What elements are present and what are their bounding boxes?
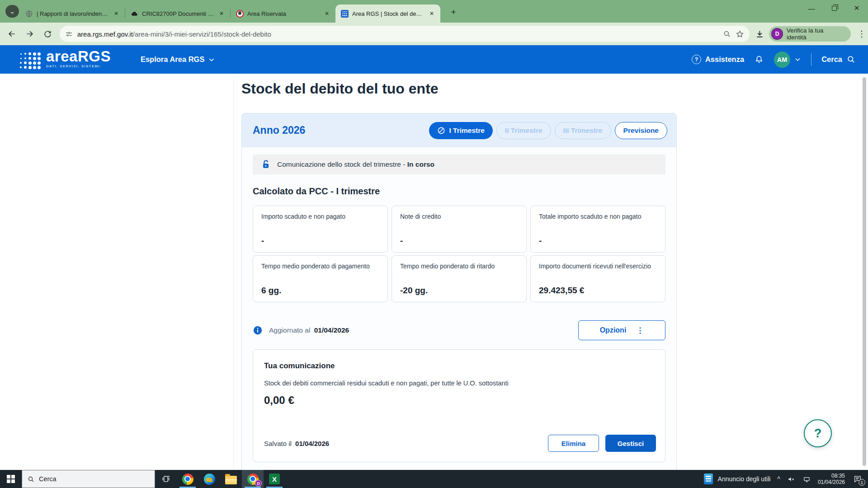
browser-titlebar: ⌄ | Rapporti di lavoro/indennita' c ✕ CR… bbox=[0, 0, 868, 23]
excel-icon: X bbox=[269, 474, 280, 484]
url-path: /area-mini/3/i-miei-servizi/165/stock-de… bbox=[133, 30, 271, 38]
bell-icon[interactable] bbox=[754, 55, 764, 65]
plus-icon: + bbox=[451, 7, 456, 17]
volume-muted-icon[interactable] bbox=[787, 475, 796, 483]
stat-value: - bbox=[400, 236, 518, 246]
tab-strip: | Rapporti di lavoro/indennita' c ✕ CRIC… bbox=[20, 5, 440, 23]
tab-quarter-1-label: I Trimestre bbox=[449, 127, 484, 135]
tab-title: CRIC82700P Documenti protoc bbox=[142, 10, 214, 17]
toolbar-right: D Verifica la tua identità ⋮ bbox=[755, 26, 868, 42]
clock[interactable]: 08:35 01/04/2026 bbox=[818, 473, 845, 485]
news-label: Annuncio degli utili bbox=[718, 475, 771, 483]
clock-time: 08:35 bbox=[818, 473, 845, 479]
browser-toolbar: area.rgs.mef.gov.it/area-mini/3/i-miei-s… bbox=[0, 23, 868, 45]
help-button[interactable]: ? bbox=[804, 419, 832, 447]
stat-card: Totale importo scaduto e non pagato - bbox=[530, 206, 665, 253]
minimize-button[interactable]: — bbox=[800, 0, 823, 16]
taskbar-app-explorer[interactable] bbox=[220, 470, 242, 488]
taskbar-tray: Annuncio degli utili ^ 08:35 01/04/2026 … bbox=[704, 470, 868, 488]
browser-tab[interactable]: CRIC82700P Documenti protoc ✕ bbox=[125, 5, 230, 23]
site-logo[interactable]: areaRGS DATI, SERVIZI, SISTEMI. bbox=[19, 50, 111, 69]
communication-card: Tua comunicazione Stock dei debiti comme… bbox=[253, 349, 665, 462]
task-view-icon bbox=[161, 474, 170, 483]
reload-button[interactable] bbox=[39, 25, 57, 43]
header-divider bbox=[811, 53, 811, 66]
quarter-tabs: I Trimestre II Trimestre III Trimestre P… bbox=[429, 122, 667, 139]
restore-button[interactable] bbox=[823, 0, 845, 16]
browser-menu-button[interactable]: ⋮ bbox=[855, 29, 868, 39]
options-button[interactable]: Opzioni ⋮ bbox=[578, 320, 665, 340]
restore-icon bbox=[832, 6, 837, 11]
bookmark-star-icon[interactable] bbox=[736, 30, 744, 38]
stat-value: - bbox=[539, 236, 657, 246]
assistance-link[interactable]: ? Assistenza bbox=[692, 55, 744, 64]
taskbar-app-excel[interactable]: X bbox=[264, 470, 285, 488]
assistance-label: Assistenza bbox=[705, 55, 744, 64]
page-content: Stock del debito del tuo ente Anno 2026 … bbox=[0, 74, 868, 470]
browser-tab[interactable]: | Rapporti di lavoro/indennita' c ✕ bbox=[20, 5, 125, 23]
status-text: Comunicazione dello stock del trimestre … bbox=[277, 160, 434, 169]
cloud-icon bbox=[131, 10, 138, 18]
saved-text: Salvato il 01/04/2026 bbox=[264, 440, 329, 447]
back-button[interactable] bbox=[3, 25, 21, 43]
avatar: AM bbox=[774, 52, 790, 68]
content-divider bbox=[233, 74, 234, 470]
question-circle-icon: ? bbox=[692, 55, 701, 64]
stat-value: -20 gg. bbox=[400, 286, 518, 296]
chevron-down-icon bbox=[794, 56, 801, 63]
zoom-icon[interactable] bbox=[723, 30, 731, 38]
forward-button[interactable] bbox=[21, 25, 39, 43]
delete-button[interactable]: Elimina bbox=[548, 435, 599, 452]
site-search-button[interactable]: Cerca bbox=[821, 55, 855, 64]
chevron-down-icon: ⌄ bbox=[9, 8, 15, 15]
info-icon[interactable] bbox=[253, 325, 263, 335]
stat-card: Importo scaduto e non pagato - bbox=[253, 206, 388, 253]
section-title: Calcolato da PCC - I trimestre bbox=[253, 186, 665, 197]
hidden-icons-button[interactable]: ^ bbox=[777, 475, 780, 483]
tab-title: Area RGS | Stock del debito bbox=[352, 10, 424, 17]
manage-button[interactable]: Gestisci bbox=[605, 435, 656, 452]
chevron-down-icon bbox=[208, 56, 215, 63]
profile-avatar: D bbox=[771, 28, 783, 40]
taskbar-app-edge[interactable] bbox=[198, 470, 220, 488]
window-controls: — ✕ bbox=[800, 0, 868, 16]
start-button[interactable] bbox=[0, 470, 22, 488]
tab-previsione[interactable]: Previsione bbox=[615, 122, 667, 139]
taskbar-app-chrome[interactable] bbox=[177, 470, 198, 488]
taskbar-app-chrome-profile[interactable]: D bbox=[242, 470, 264, 488]
site-settings-icon[interactable] bbox=[65, 30, 73, 38]
news-widget[interactable]: Annuncio degli utili bbox=[704, 474, 771, 484]
tab-title: Area Riservata bbox=[247, 10, 319, 17]
url-bar[interactable]: area.rgs.mef.gov.it/area-mini/3/i-miei-s… bbox=[60, 26, 750, 42]
close-window-button[interactable]: ✕ bbox=[845, 0, 868, 16]
profile-chip[interactable]: D Verifica la tua identità bbox=[769, 26, 851, 42]
notification-center-button[interactable]: 1 bbox=[852, 473, 863, 485]
browser-tab[interactable]: Area Riservata ✕ bbox=[231, 5, 335, 23]
close-icon[interactable]: ✕ bbox=[428, 9, 436, 18]
user-menu[interactable]: AM bbox=[774, 52, 801, 68]
task-view-button[interactable] bbox=[155, 470, 177, 488]
browser-tab-active[interactable]: Area RGS | Stock del debito ✕ bbox=[335, 5, 440, 23]
logo-dots-icon bbox=[19, 52, 41, 69]
tab-quarter-1[interactable]: I Trimestre bbox=[429, 122, 492, 139]
edge-icon bbox=[204, 474, 215, 485]
stat-value: - bbox=[261, 236, 379, 246]
taskbar-search[interactable]: Cerca bbox=[22, 470, 155, 488]
updated-label: Aggiornato al bbox=[269, 326, 310, 334]
url-text[interactable]: area.rgs.mef.gov.it/area-mini/3/i-miei-s… bbox=[77, 30, 719, 38]
stats-grid: Importo scaduto e non pagato - Note di c… bbox=[253, 206, 665, 302]
new-tab-button[interactable]: + bbox=[448, 6, 459, 18]
forward-icon bbox=[25, 29, 34, 38]
windows-icon bbox=[7, 475, 15, 483]
scrollbar[interactable] bbox=[863, 77, 866, 466]
tab-search-button[interactable]: ⌄ bbox=[5, 5, 19, 18]
close-icon[interactable]: ✕ bbox=[112, 9, 120, 18]
stat-card: Tempo medio ponderato di ritardo -20 gg. bbox=[392, 255, 527, 302]
status-label: Comunicazione dello stock del trimestre … bbox=[277, 160, 405, 168]
download-icon[interactable] bbox=[755, 29, 764, 39]
close-icon[interactable]: ✕ bbox=[323, 9, 331, 18]
header-right: ? Assistenza AM Cerca bbox=[692, 52, 855, 68]
close-icon[interactable]: ✕ bbox=[217, 9, 226, 18]
explore-menu[interactable]: Esplora Area RGS bbox=[141, 55, 216, 64]
network-icon[interactable] bbox=[802, 475, 811, 483]
